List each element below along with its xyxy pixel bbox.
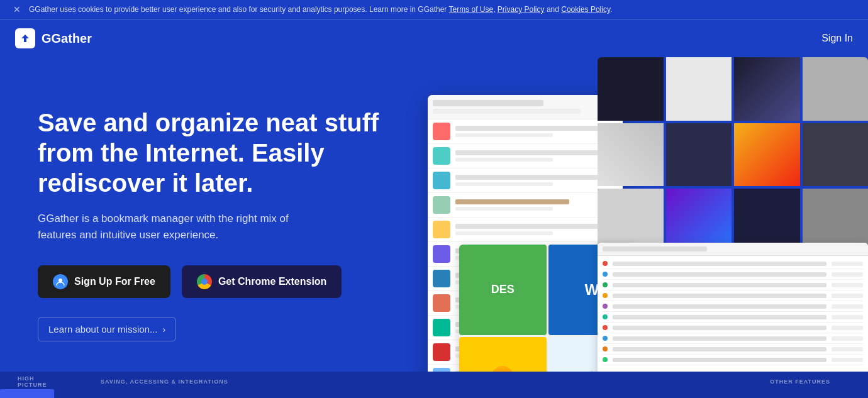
cookie-banner: ✕ GGather uses cookies to provide better… — [0, 0, 868, 19]
list-item — [428, 169, 623, 193]
bottom-navigation: HIGH PICTURE SAVING, ACCESSING & INTEGRA… — [0, 372, 868, 398]
list-item — [428, 193, 623, 218]
tab-mission[interactable]: Mission — [54, 389, 102, 399]
grid-cell — [598, 123, 664, 187]
screenshot-grid — [598, 57, 868, 252]
chrome-extension-button[interactable]: Get Chrome Extension — [182, 265, 342, 298]
hero-content: Save and organize neat stuff from the In… — [38, 82, 384, 341]
list-item — [428, 119, 623, 144]
list-item — [603, 312, 863, 323]
cookies-policy-link[interactable]: Cookies Policy — [561, 5, 610, 14]
list-item — [603, 258, 863, 269]
cta-buttons: Sign Up For Free Get Chrome Extension — [38, 265, 384, 298]
grid-cell — [734, 123, 800, 187]
list-item — [603, 301, 863, 312]
section-label-high-picture: HIGH PICTURE — [13, 375, 63, 388]
grid-cell — [666, 123, 732, 187]
list-item — [603, 269, 863, 280]
logo[interactable]: GGather — [15, 28, 92, 48]
tab-friendly-tags[interactable]: Friendly Tags — [681, 389, 749, 399]
logo-icon — [15, 28, 35, 48]
mission-link[interactable]: Learn about our mission... › — [38, 317, 176, 341]
list-item — [603, 323, 863, 333]
chrome-icon — [197, 274, 212, 289]
grid-cell — [666, 57, 732, 121]
chevron-right-icon: › — [162, 324, 165, 334]
grid-cell — [803, 57, 869, 121]
tab-search[interactable]: Search — [750, 389, 796, 399]
terms-link[interactable]: Terms of Use, — [448, 5, 495, 14]
tab-bookmarklet[interactable]: Bookmarklet — [328, 389, 394, 399]
list-item — [428, 218, 623, 242]
nav-tabs: Overview Mission Web Application Chrome … — [0, 388, 868, 398]
grid-cell — [803, 123, 869, 187]
signup-label: Sign Up For Free — [74, 276, 155, 287]
hero-images: DES W — [428, 57, 868, 372]
signup-button[interactable]: Sign Up For Free — [38, 265, 170, 298]
list-item — [603, 290, 863, 301]
mission-link-text: Learn about our mission... — [48, 324, 157, 334]
hero-section: Save and organize neat stuff from the In… — [0, 57, 868, 372]
chrome-label: Get Chrome Extension — [218, 276, 326, 287]
tab-overview[interactable]: Overview — [0, 389, 54, 399]
list-item — [603, 333, 863, 344]
tab-advanced-editing[interactable]: Advanced Editing — [459, 389, 542, 399]
nav-next-arrow[interactable]: › — [844, 388, 868, 398]
section-label-other: OTHER FEATURES — [264, 379, 868, 385]
svg-point-0 — [58, 279, 62, 282]
grid-cell — [734, 57, 800, 121]
tab-web-application[interactable]: Web Application — [102, 389, 176, 398]
signup-icon — [53, 274, 68, 289]
privacy-link[interactable]: Privacy Policy — [498, 5, 545, 14]
close-icon[interactable]: ✕ — [13, 5, 21, 14]
list-item — [603, 344, 863, 355]
tab-view-modes[interactable]: View Modes — [394, 389, 459, 399]
grid-cell — [598, 57, 664, 121]
hero-subtitle: GGather is a bookmark manager with the r… — [38, 211, 327, 243]
hero-title: Save and organize neat stuff from the In… — [38, 108, 384, 198]
section-label-saving: SAVING, ACCESSING & INTEGRATIONS — [63, 379, 264, 385]
sign-in-button[interactable]: Sign In — [821, 33, 853, 44]
tab-annotations[interactable]: Annotations — [618, 389, 681, 399]
list-item — [428, 144, 623, 169]
logo-text: GGather — [42, 31, 92, 46]
list-item — [603, 355, 863, 365]
tab-notes-rating[interactable]: Notes & Rating — [542, 389, 617, 399]
tab-save-via-url[interactable]: Save via URL — [259, 389, 328, 399]
cookie-text: GGather uses cookies to provide better u… — [29, 5, 612, 14]
list-item — [603, 280, 863, 290]
header: GGather Sign In — [0, 19, 868, 57]
tab-chrome-extension[interactable]: Chrome Extension — [176, 389, 259, 398]
screenshot-list — [598, 243, 868, 372]
